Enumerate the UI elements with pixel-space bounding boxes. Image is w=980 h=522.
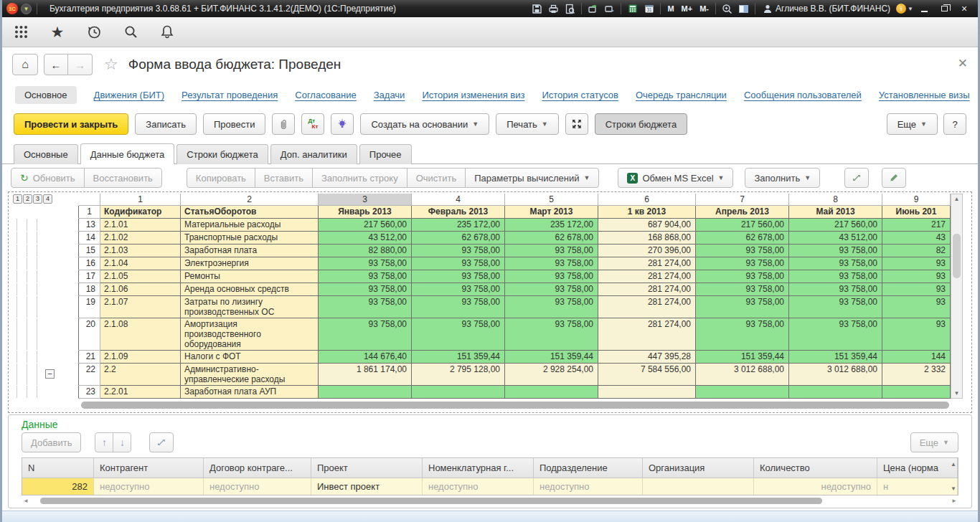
cell-value[interactable]: 93 758,00 [789, 257, 882, 270]
row-number[interactable]: 20 [79, 318, 100, 351]
cell-item-name[interactable]: Амортизация производственного оборудован… [181, 318, 319, 351]
cell-value[interactable]: 7 584 556,00 [598, 364, 696, 386]
close-window-button[interactable]: × [955, 1, 974, 16]
tab-0[interactable]: Основные [14, 144, 78, 164]
cell-value[interactable]: 43 [882, 232, 951, 245]
nav-link-3[interactable]: Задачи [374, 90, 405, 100]
cell-value[interactable] [412, 386, 505, 399]
nav-link-6[interactable]: Очередь трансляции [636, 90, 727, 100]
cell-value[interactable]: 93 758,00 [319, 270, 412, 283]
data-hscrollbar-thumb[interactable] [40, 498, 822, 504]
cell-value[interactable]: 93 758,00 [505, 283, 598, 296]
cell-value[interactable] [319, 386, 412, 399]
row-number[interactable]: 19 [79, 296, 100, 318]
scroll-down-icon[interactable]: ▼ [954, 389, 960, 398]
tab-3[interactable]: Доп. аналитики [270, 144, 357, 164]
cell-value[interactable]: 93 758,00 [505, 270, 598, 283]
column-header-period-3[interactable]: 1 кв 2013 [598, 206, 696, 219]
memory-m-button[interactable]: M [664, 4, 677, 13]
row-number[interactable]: 22 [79, 364, 100, 386]
home-button[interactable]: ⌂ [12, 54, 38, 75]
scroll-up-icon[interactable]: ▲ [954, 194, 960, 204]
column-number-5[interactable]: 5 [505, 194, 598, 206]
cell-value[interactable]: 151 359,44 [412, 351, 505, 364]
cell-value[interactable]: 217 [882, 219, 951, 232]
table-row[interactable]: 282недоступнонедоступноИнвест проектнедо… [22, 478, 958, 495]
row-number[interactable]: 18 [79, 283, 100, 296]
row-number[interactable]: 17 [79, 270, 100, 283]
cell-value[interactable] [598, 386, 696, 399]
split-window-icon[interactable] [736, 1, 751, 16]
cell-value[interactable]: 93 758,00 [789, 318, 882, 351]
nav-link-1[interactable]: Результат проведения [182, 90, 278, 100]
cell-item-name[interactable]: Аренда основных средств [181, 283, 319, 296]
cell-value[interactable]: 151 359,44 [696, 351, 789, 364]
cell-item-name[interactable]: Электроэнергия [181, 257, 319, 270]
nav-link-5[interactable]: История статусов [542, 90, 618, 100]
cell-value[interactable]: 2 928 254,00 [505, 364, 598, 386]
cell-value[interactable]: 82 [882, 245, 951, 257]
data-scroll-right-icon[interactable]: ► [951, 498, 957, 504]
cell-value[interactable]: 93 758,00 [789, 270, 882, 283]
nav-item-main[interactable]: Основное [15, 86, 77, 104]
column-number-8[interactable]: 8 [789, 194, 882, 206]
data-scroll-up-icon[interactable]: ▲ [951, 461, 956, 468]
nav-link-2[interactable]: Согласование [295, 90, 356, 100]
cell-value[interactable]: 217 560,00 [319, 219, 412, 232]
cell-value[interactable]: 93 758,00 [505, 257, 598, 270]
calendar-icon[interactable]: 31 [641, 1, 656, 16]
print-menu-button[interactable]: Печать▼ [496, 113, 559, 135]
nav-link-0[interactable]: Движения (БИТ) [94, 90, 164, 100]
print-preview-icon[interactable] [562, 1, 578, 16]
system-menu-button[interactable]: ▼ [21, 4, 32, 14]
data-column-header-8[interactable]: Цена (норма [877, 458, 958, 478]
cell-value[interactable]: 687 904,00 [598, 219, 696, 232]
save-icon[interactable] [529, 1, 545, 16]
cell-value[interactable]: 93 758,00 [505, 245, 598, 257]
column-header-code[interactable]: Кодификатор [100, 206, 181, 219]
cell-value[interactable] [505, 386, 598, 399]
column-header-period-4[interactable]: Апрель 2013 [696, 206, 789, 219]
row-number[interactable]: 23 [79, 386, 100, 399]
excel-exchange-button[interactable]: XОбмен MS Excel▼ [618, 168, 733, 188]
row-number[interactable]: 15 [79, 245, 100, 257]
data-column-header-1[interactable]: Контрагент [94, 458, 204, 478]
row-number[interactable]: 21 [79, 351, 100, 364]
restore-button[interactable] [935, 1, 953, 16]
cell-value[interactable]: 93 758,00 [696, 245, 789, 257]
column-header-item[interactable]: СтатьяОборотов [181, 206, 319, 219]
zoom-icon[interactable] [720, 1, 735, 16]
cell-value[interactable]: 93 [882, 270, 951, 283]
cell-value[interactable]: 1 861 174,00 [319, 364, 412, 386]
cell-code[interactable]: 2.1.01 [100, 219, 181, 232]
cell-item-name[interactable]: Материальные расходы [181, 219, 319, 232]
data-column-header-3[interactable]: Проект [311, 458, 423, 478]
column-number-1[interactable]: 1 [100, 194, 181, 206]
explain-button[interactable] [331, 113, 354, 135]
stretch-table-button[interactable] [844, 168, 869, 188]
search-icon[interactable] [122, 24, 139, 41]
data-column-header-0[interactable]: N [22, 458, 94, 478]
cell-value[interactable]: 93 [882, 283, 951, 296]
tab-1[interactable]: Данные бюджета [80, 143, 175, 164]
cell-value[interactable]: 281 274,00 [598, 270, 696, 283]
row-number-header[interactable]: 1 [79, 206, 100, 219]
cell-item-name[interactable]: Административно-управленческие расходы [181, 364, 319, 386]
grid-vertical-scrollbar[interactable]: ▲ ▼ [951, 194, 963, 399]
data-horizontal-scrollbar[interactable]: ◄ ► [22, 497, 958, 505]
post-and-close-button[interactable]: Провести и закрыть [14, 113, 128, 135]
data-column-header-6[interactable]: Организация [643, 458, 754, 478]
move-down-button[interactable]: ↓ [113, 432, 131, 452]
fill-button[interactable]: Заполнить▼ [745, 168, 820, 188]
column-number-6[interactable]: 6 [598, 194, 696, 206]
cell-value[interactable] [882, 386, 951, 399]
cell-value[interactable]: 93 758,00 [505, 296, 598, 318]
cell-value[interactable]: 93 758,00 [319, 296, 412, 318]
row-number[interactable]: 13 [79, 219, 100, 232]
group-level-button-3[interactable]: 3 [33, 194, 42, 204]
data-scroll-left-icon[interactable]: ◄ [23, 498, 29, 504]
cell-value[interactable]: 93 [882, 296, 951, 318]
nav-link-7[interactable]: Сообщения пользователей [744, 90, 862, 100]
column-number-2[interactable]: 2 [181, 194, 319, 206]
cell-value[interactable]: 43 512,00 [789, 232, 882, 245]
